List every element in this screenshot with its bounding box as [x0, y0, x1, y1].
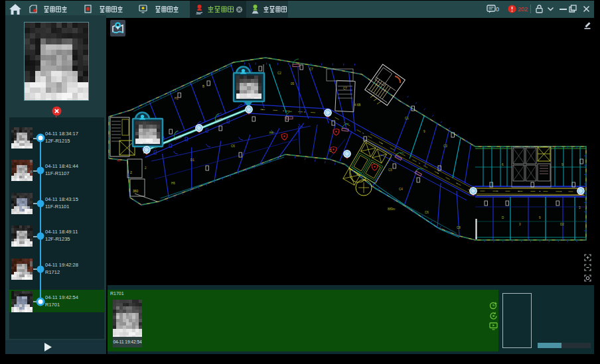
svg-text:C4: C4: [399, 188, 403, 191]
svg-text:47: 47: [117, 158, 121, 162]
svg-text:C1: C1: [405, 117, 409, 120]
svg-text:H6: H6: [171, 182, 175, 185]
svg-text:889m: 889m: [388, 208, 396, 211]
svg-text:B: B: [202, 85, 204, 88]
svg-text:H4: H4: [269, 131, 273, 135]
svg-text:C5: C5: [388, 168, 392, 172]
svg-text:D2: D2: [560, 223, 564, 226]
svg-text:C7: C7: [343, 87, 347, 90]
svg-text:05: 05: [291, 82, 295, 86]
svg-text:2: 2: [130, 170, 132, 174]
svg-text:C6: C6: [425, 211, 429, 214]
svg-text:4 6B: 4 6B: [354, 103, 360, 107]
svg-text:C2: C2: [277, 72, 281, 75]
svg-text:360: 360: [133, 189, 139, 193]
svg-text:D1: D1: [190, 158, 194, 162]
svg-text:C3: C3: [443, 145, 447, 148]
svg-text:C8: C8: [457, 226, 461, 229]
svg-text:C7: C7: [309, 68, 313, 71]
svg-text:C6: C6: [231, 145, 235, 148]
